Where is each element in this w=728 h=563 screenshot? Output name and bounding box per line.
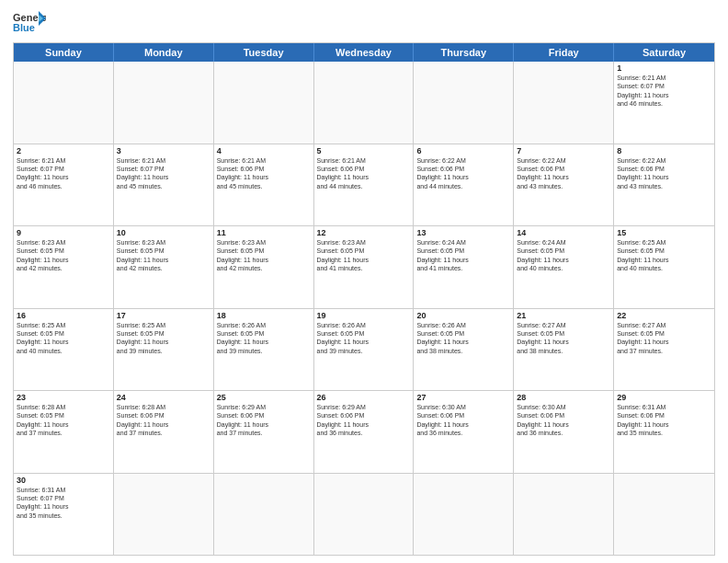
day-cell-3: 3Sunrise: 6:21 AM Sunset: 6:07 PM Daylig… bbox=[114, 144, 214, 226]
day-cell-28: 28Sunrise: 6:30 AM Sunset: 6:06 PM Dayli… bbox=[514, 391, 614, 473]
weekday-header-monday: Monday bbox=[114, 43, 214, 62]
day-info: Sunrise: 6:25 AM Sunset: 6:05 PM Dayligh… bbox=[617, 238, 711, 273]
weekday-header-tuesday: Tuesday bbox=[214, 43, 314, 62]
day-cell-4: 4Sunrise: 6:21 AM Sunset: 6:06 PM Daylig… bbox=[214, 144, 314, 226]
empty-cell bbox=[514, 62, 614, 144]
day-cell-12: 12Sunrise: 6:23 AM Sunset: 6:05 PM Dayli… bbox=[314, 226, 415, 308]
day-cell-17: 17Sunrise: 6:25 AM Sunset: 6:05 PM Dayli… bbox=[114, 309, 214, 391]
day-cell-5: 5Sunrise: 6:21 AM Sunset: 6:06 PM Daylig… bbox=[314, 144, 415, 226]
day-number: 17 bbox=[117, 311, 210, 320]
day-info: Sunrise: 6:31 AM Sunset: 6:06 PM Dayligh… bbox=[617, 403, 711, 438]
calendar-row-3: 9Sunrise: 6:23 AM Sunset: 6:05 PM Daylig… bbox=[14, 226, 714, 309]
day-cell-20: 20Sunrise: 6:26 AM Sunset: 6:05 PM Dayli… bbox=[414, 309, 514, 391]
day-cell-13: 13Sunrise: 6:24 AM Sunset: 6:05 PM Dayli… bbox=[414, 226, 514, 308]
day-number: 19 bbox=[317, 311, 411, 320]
day-number: 3 bbox=[117, 146, 210, 155]
day-cell-1: 1Sunrise: 6:21 AM Sunset: 6:07 PM Daylig… bbox=[614, 62, 714, 144]
day-number: 11 bbox=[217, 228, 311, 237]
day-number: 18 bbox=[217, 311, 311, 320]
day-number: 22 bbox=[617, 311, 711, 320]
day-info: Sunrise: 6:21 AM Sunset: 6:06 PM Dayligh… bbox=[217, 156, 311, 191]
day-info: Sunrise: 6:21 AM Sunset: 6:06 PM Dayligh… bbox=[317, 156, 411, 191]
calendar-page: General Blue SundayMondayTuesdayWednesda… bbox=[0, 0, 728, 563]
day-cell-2: 2Sunrise: 6:21 AM Sunset: 6:07 PM Daylig… bbox=[14, 144, 114, 226]
day-number: 20 bbox=[416, 311, 510, 320]
day-info: Sunrise: 6:23 AM Sunset: 6:05 PM Dayligh… bbox=[17, 238, 110, 273]
day-info: Sunrise: 6:26 AM Sunset: 6:05 PM Dayligh… bbox=[317, 321, 411, 356]
day-info: Sunrise: 6:25 AM Sunset: 6:05 PM Dayligh… bbox=[17, 321, 110, 356]
logo: General Blue bbox=[13, 9, 46, 37]
empty-cell bbox=[114, 474, 214, 556]
calendar-row-2: 2Sunrise: 6:21 AM Sunset: 6:07 PM Daylig… bbox=[14, 144, 714, 227]
day-number: 30 bbox=[17, 476, 110, 485]
day-info: Sunrise: 6:26 AM Sunset: 6:05 PM Dayligh… bbox=[416, 321, 510, 356]
day-number: 29 bbox=[617, 393, 711, 402]
day-info: Sunrise: 6:25 AM Sunset: 6:05 PM Dayligh… bbox=[117, 321, 210, 356]
day-number: 28 bbox=[517, 393, 610, 402]
day-cell-19: 19Sunrise: 6:26 AM Sunset: 6:05 PM Dayli… bbox=[314, 309, 415, 391]
day-number: 23 bbox=[17, 393, 110, 402]
day-info: Sunrise: 6:24 AM Sunset: 6:05 PM Dayligh… bbox=[416, 238, 510, 273]
calendar-row-6: 30Sunrise: 6:31 AM Sunset: 6:07 PM Dayli… bbox=[14, 474, 714, 556]
day-cell-15: 15Sunrise: 6:25 AM Sunset: 6:05 PM Dayli… bbox=[614, 226, 714, 308]
day-cell-27: 27Sunrise: 6:30 AM Sunset: 6:06 PM Dayli… bbox=[414, 391, 514, 473]
day-number: 2 bbox=[17, 146, 110, 155]
svg-text:Blue: Blue bbox=[13, 22, 35, 33]
day-cell-24: 24Sunrise: 6:28 AM Sunset: 6:06 PM Dayli… bbox=[114, 391, 214, 473]
day-number: 4 bbox=[217, 146, 311, 155]
day-info: Sunrise: 6:28 AM Sunset: 6:05 PM Dayligh… bbox=[17, 403, 110, 438]
day-info: Sunrise: 6:23 AM Sunset: 6:05 PM Dayligh… bbox=[317, 238, 411, 273]
day-info: Sunrise: 6:27 AM Sunset: 6:05 PM Dayligh… bbox=[617, 321, 711, 356]
day-info: Sunrise: 6:31 AM Sunset: 6:07 PM Dayligh… bbox=[17, 486, 110, 521]
day-number: 6 bbox=[416, 146, 510, 155]
day-cell-18: 18Sunrise: 6:26 AM Sunset: 6:05 PM Dayli… bbox=[214, 309, 314, 391]
day-number: 12 bbox=[317, 228, 411, 237]
day-cell-8: 8Sunrise: 6:22 AM Sunset: 6:06 PM Daylig… bbox=[614, 144, 714, 226]
day-cell-11: 11Sunrise: 6:23 AM Sunset: 6:05 PM Dayli… bbox=[214, 226, 314, 308]
day-cell-22: 22Sunrise: 6:27 AM Sunset: 6:05 PM Dayli… bbox=[614, 309, 714, 391]
day-info: Sunrise: 6:22 AM Sunset: 6:06 PM Dayligh… bbox=[517, 156, 610, 191]
day-number: 13 bbox=[416, 228, 510, 237]
day-cell-30: 30Sunrise: 6:31 AM Sunset: 6:07 PM Dayli… bbox=[14, 474, 114, 556]
day-number: 15 bbox=[617, 228, 711, 237]
weekday-header-saturday: Saturday bbox=[614, 43, 714, 62]
empty-cell bbox=[114, 62, 214, 144]
logo-icon: General Blue bbox=[13, 9, 46, 37]
day-info: Sunrise: 6:22 AM Sunset: 6:06 PM Dayligh… bbox=[617, 156, 711, 191]
calendar-grid: SundayMondayTuesdayWednesdayThursdayFrid… bbox=[13, 42, 715, 556]
weekday-header-thursday: Thursday bbox=[414, 43, 514, 62]
day-number: 5 bbox=[317, 146, 411, 155]
empty-cell bbox=[414, 474, 514, 556]
day-info: Sunrise: 6:21 AM Sunset: 6:07 PM Dayligh… bbox=[117, 156, 210, 191]
weekday-header-sunday: Sunday bbox=[14, 43, 114, 62]
calendar-row-1: 1Sunrise: 6:21 AM Sunset: 6:07 PM Daylig… bbox=[14, 62, 714, 144]
day-number: 10 bbox=[117, 228, 210, 237]
day-number: 21 bbox=[517, 311, 610, 320]
page-header: General Blue bbox=[13, 9, 715, 37]
weekday-header-wednesday: Wednesday bbox=[314, 43, 415, 62]
day-number: 14 bbox=[517, 228, 610, 237]
day-cell-25: 25Sunrise: 6:29 AM Sunset: 6:06 PM Dayli… bbox=[214, 391, 314, 473]
empty-cell bbox=[214, 474, 314, 556]
day-number: 8 bbox=[617, 146, 711, 155]
day-number: 9 bbox=[17, 228, 110, 237]
day-cell-6: 6Sunrise: 6:22 AM Sunset: 6:06 PM Daylig… bbox=[414, 144, 514, 226]
day-cell-14: 14Sunrise: 6:24 AM Sunset: 6:05 PM Dayli… bbox=[514, 226, 614, 308]
day-info: Sunrise: 6:23 AM Sunset: 6:05 PM Dayligh… bbox=[217, 238, 311, 273]
day-cell-21: 21Sunrise: 6:27 AM Sunset: 6:05 PM Dayli… bbox=[514, 309, 614, 391]
calendar-header: SundayMondayTuesdayWednesdayThursdayFrid… bbox=[14, 43, 714, 62]
day-cell-29: 29Sunrise: 6:31 AM Sunset: 6:06 PM Dayli… bbox=[614, 391, 714, 473]
day-info: Sunrise: 6:29 AM Sunset: 6:06 PM Dayligh… bbox=[217, 403, 311, 438]
day-number: 1 bbox=[617, 63, 711, 73]
day-info: Sunrise: 6:28 AM Sunset: 6:06 PM Dayligh… bbox=[117, 403, 210, 438]
empty-cell bbox=[314, 474, 415, 556]
day-info: Sunrise: 6:30 AM Sunset: 6:06 PM Dayligh… bbox=[517, 403, 610, 438]
day-info: Sunrise: 6:26 AM Sunset: 6:05 PM Dayligh… bbox=[217, 321, 311, 356]
day-info: Sunrise: 6:22 AM Sunset: 6:06 PM Dayligh… bbox=[416, 156, 510, 191]
day-number: 7 bbox=[517, 146, 610, 155]
day-info: Sunrise: 6:21 AM Sunset: 6:07 PM Dayligh… bbox=[17, 156, 110, 191]
empty-cell bbox=[514, 474, 614, 556]
empty-cell bbox=[14, 62, 114, 144]
day-cell-7: 7Sunrise: 6:22 AM Sunset: 6:06 PM Daylig… bbox=[514, 144, 614, 226]
day-number: 16 bbox=[17, 311, 110, 320]
